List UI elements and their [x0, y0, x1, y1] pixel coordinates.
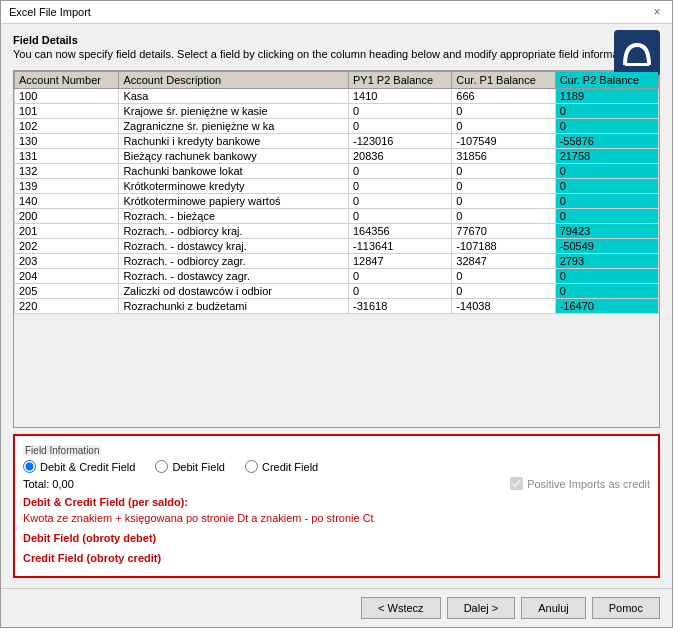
table-row: 0: [555, 269, 658, 284]
positive-imports: Positive Imports as credit: [510, 477, 650, 490]
table-row: 79423: [555, 224, 658, 239]
table-row: -123016: [349, 134, 452, 149]
table-row: 0: [452, 194, 555, 209]
info-block: Debit & Credit Field (per saldo): Kwota …: [23, 496, 650, 564]
header-section: Field Details You can now specify field …: [13, 34, 660, 64]
table-row: 100: [15, 89, 119, 104]
radio-debit-credit-label: Debit & Credit Field: [40, 461, 135, 473]
table-row: 1410: [349, 89, 452, 104]
field-info-label: Field Information: [23, 445, 101, 456]
col-header-cur-p2[interactable]: Cur. P2 Balance: [555, 72, 658, 89]
table-row: 20836: [349, 149, 452, 164]
table-row: -14038: [452, 299, 555, 314]
positive-imports-label: Positive Imports as credit: [527, 478, 650, 490]
table-row: Rozrach. - odbiorcy zagr.: [119, 254, 349, 269]
field-info-section: Field Information Debit & Credit Field D…: [13, 434, 660, 578]
table-row: 205: [15, 284, 119, 299]
table-row: Zaliczki od dostawców i odbior: [119, 284, 349, 299]
table-row: 32847: [452, 254, 555, 269]
table-row: 102: [15, 119, 119, 134]
section-title: Field Details: [13, 34, 660, 46]
radio-credit-label: Credit Field: [262, 461, 318, 473]
svg-rect-0: [625, 63, 649, 66]
table-row: Krótkoterminowe kredyty: [119, 179, 349, 194]
table-row: -16470: [555, 299, 658, 314]
table-row: 0: [555, 104, 658, 119]
table-row: 0: [452, 119, 555, 134]
radio-debit-label: Debit Field: [172, 461, 225, 473]
radio-credit-input[interactable]: [245, 460, 258, 473]
table-row: 164356: [349, 224, 452, 239]
footer: < Wstecz Dalej > Anuluj Pomoc: [1, 588, 672, 627]
table-row: Rozrachunki z budżetami: [119, 299, 349, 314]
table-row: Rachunki i kredyty bankowe: [119, 134, 349, 149]
title-bar: Excel File Import ×: [1, 1, 672, 24]
table-row: -55876: [555, 134, 658, 149]
table-row: Kasa: [119, 89, 349, 104]
table-row: 0: [349, 119, 452, 134]
radio-options-row: Debit & Credit Field Debit Field Credit …: [23, 460, 650, 473]
col-header-cur-p1[interactable]: Cur. P1 Balance: [452, 72, 555, 89]
window-title: Excel File Import: [9, 6, 91, 18]
table-row: 0: [452, 104, 555, 119]
table-row: 0: [452, 209, 555, 224]
col-header-py1-p2[interactable]: PY1 P2 Balance: [349, 72, 452, 89]
table-row: 31856: [452, 149, 555, 164]
table-row: Bieżący rachunek bankowy: [119, 149, 349, 164]
title-bar-left: Excel File Import: [9, 6, 91, 18]
table-row: 0: [555, 209, 658, 224]
table-row: 140: [15, 194, 119, 209]
data-table: Account Number Account Description PY1 P…: [14, 71, 659, 314]
table-row: 0: [555, 284, 658, 299]
table-row: 0: [452, 284, 555, 299]
table-row: 0: [349, 179, 452, 194]
table-row: 201: [15, 224, 119, 239]
table-row: 0: [349, 269, 452, 284]
debit-field-label: Debit Field (obroty debet): [23, 532, 650, 544]
table-row: 220: [15, 299, 119, 314]
table-row: 130: [15, 134, 119, 149]
close-button[interactable]: ×: [650, 5, 664, 19]
radio-debit-input[interactable]: [155, 460, 168, 473]
table-row: -113641: [349, 239, 452, 254]
table-wrapper[interactable]: Account Number Account Description PY1 P…: [14, 71, 659, 427]
radio-debit-credit-input[interactable]: [23, 460, 36, 473]
table-row: 0: [349, 104, 452, 119]
table-row: 0: [555, 119, 658, 134]
table-row: 666: [452, 89, 555, 104]
data-table-container: Account Number Account Description PY1 P…: [13, 70, 660, 428]
positive-imports-checkbox[interactable]: [510, 477, 523, 490]
radio-debit[interactable]: Debit Field: [155, 460, 225, 473]
radio-debit-credit[interactable]: Debit & Credit Field: [23, 460, 135, 473]
help-button[interactable]: Pomoc: [592, 597, 660, 619]
table-row: 0: [452, 269, 555, 284]
close-icon: ×: [653, 5, 660, 19]
table-row: Rachunki bankowe lokat: [119, 164, 349, 179]
table-row: Rozrach. - bieżące: [119, 209, 349, 224]
table-row: 12847: [349, 254, 452, 269]
table-row: Rozrach. - dostawcy zagr.: [119, 269, 349, 284]
cancel-button[interactable]: Anuluj: [521, 597, 586, 619]
table-row: 131: [15, 149, 119, 164]
table-row: Zagraniczne śr. pieniężne w ka: [119, 119, 349, 134]
excel-import-window: Excel File Import × Field Details You ca…: [0, 0, 673, 628]
table-row: Krajowe śr. pieniężne w kasie: [119, 104, 349, 119]
next-button[interactable]: Dalej >: [447, 597, 516, 619]
table-row: 203: [15, 254, 119, 269]
back-button[interactable]: < Wstecz: [361, 597, 441, 619]
debit-credit-per-saldo-label: Debit & Credit Field (per saldo):: [23, 496, 650, 508]
table-row: 0: [452, 179, 555, 194]
table-row: 77670: [452, 224, 555, 239]
radio-credit[interactable]: Credit Field: [245, 460, 318, 473]
table-row: Krótkoterminowe papiery wartoś: [119, 194, 349, 209]
table-row: 21758: [555, 149, 658, 164]
table-row: 0: [349, 164, 452, 179]
col-header-account-description[interactable]: Account Description: [119, 72, 349, 89]
table-row: Rozrach. - dostawcy kraj.: [119, 239, 349, 254]
total-label: Total: 0,00: [23, 478, 74, 490]
table-row: 0: [452, 164, 555, 179]
table-row: 0: [349, 194, 452, 209]
col-header-account-number[interactable]: Account Number: [15, 72, 119, 89]
table-row: 0: [555, 179, 658, 194]
table-row: 202: [15, 239, 119, 254]
